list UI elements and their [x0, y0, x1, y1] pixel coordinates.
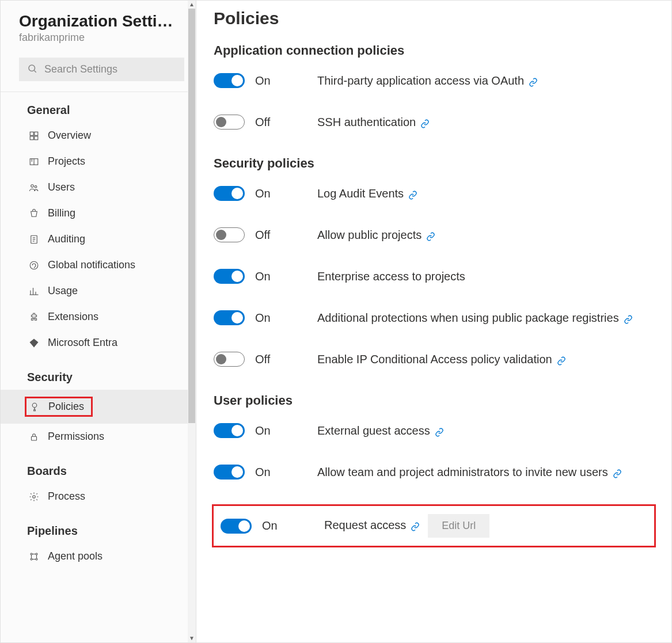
sidebar-item-billing[interactable]: Billing — [1, 200, 196, 226]
agent-pools-icon — [28, 551, 40, 562]
link-icon[interactable] — [420, 119, 430, 128]
nav-heading-pipelines: Pipelines — [1, 518, 196, 543]
toggle-invite-users[interactable] — [214, 465, 245, 480]
link-icon[interactable] — [426, 232, 435, 241]
svg-point-26 — [36, 558, 37, 560]
svg-point-0 — [29, 65, 35, 71]
toggle-state-label: On — [255, 74, 307, 87]
link-icon[interactable] — [613, 469, 622, 478]
sidebar-item-label: Process — [48, 490, 85, 503]
policy-row-request-access: OnRequest accessEdit Url — [214, 506, 654, 546]
sidebar-item-global-notifications[interactable]: Global notifications — [1, 252, 196, 278]
sidebar-nav: GeneralOverviewProjectsUsersBillingAudit… — [1, 92, 196, 573]
sidebar-title: Organization Settin... — [19, 12, 174, 31]
sidebar-item-microsoft-entra[interactable]: Microsoft Entra — [1, 330, 196, 356]
sidebar-item-process[interactable]: Process — [1, 484, 196, 509]
scroll-up-icon[interactable]: ▲ — [189, 1, 195, 9]
nav-heading-boards: Boards — [1, 458, 196, 484]
toggle-ssh[interactable] — [214, 115, 245, 130]
sidebar-item-label: Overview — [48, 130, 91, 142]
svg-point-9 — [31, 184, 34, 187]
toggle-oauth[interactable] — [214, 73, 245, 88]
sidebar-item-label: Permissions — [48, 431, 104, 443]
svg-rect-2 — [30, 132, 33, 135]
policy-row-invite-users: OnAllow team and project administrators … — [214, 465, 654, 480]
sidebar-item-overview[interactable]: Overview — [1, 123, 196, 149]
svg-point-25 — [31, 558, 32, 560]
scroll-down-icon[interactable]: ▼ — [189, 634, 195, 642]
toggle-state-label: Off — [255, 229, 307, 242]
search-input[interactable] — [44, 63, 178, 75]
edit-url-button[interactable]: Edit Url — [428, 514, 489, 538]
sidebar-item-label: Usage — [48, 285, 78, 297]
link-icon[interactable] — [408, 191, 417, 200]
link-icon[interactable] — [529, 78, 538, 87]
policy-row-ip-cap: OffEnable IP Conditional Access policy v… — [214, 352, 654, 367]
policy-row-audit: OnLog Audit Events — [214, 186, 654, 201]
sidebar-item-agent-pools[interactable]: Agent pools — [1, 543, 196, 569]
link-icon[interactable] — [411, 522, 420, 531]
toggle-state-label: Off — [255, 353, 307, 366]
toggle-ip-cap[interactable] — [214, 352, 245, 367]
svg-point-22 — [33, 495, 36, 498]
scroll-thumb[interactable] — [188, 9, 195, 423]
policy-label: Allow team and project administrators to… — [317, 466, 608, 478]
sidebar-item-usage[interactable]: Usage — [1, 278, 196, 304]
policy-label: Allow public projects — [317, 229, 422, 241]
svg-point-23 — [31, 553, 32, 555]
process-icon — [28, 491, 40, 503]
sidebar-subtitle: fabrikamprime — [19, 32, 184, 44]
svg-rect-3 — [35, 132, 38, 135]
sidebar-item-permissions[interactable]: Permissions — [1, 424, 196, 450]
sidebar: Organization Settin... fabrikamprime Gen… — [1, 1, 196, 642]
policy-label: Request access — [324, 519, 406, 531]
sidebar-item-projects[interactable]: Projects — [1, 149, 196, 174]
policy-row-oauth: OnThird-party application access via OAu… — [214, 73, 654, 88]
toggle-enterprise-access[interactable] — [214, 269, 245, 284]
svg-line-1 — [34, 70, 36, 72]
policy-label: External guest access — [317, 424, 430, 437]
toggle-guest-access[interactable] — [214, 423, 245, 438]
toggle-state-label: On — [255, 311, 307, 325]
link-icon[interactable] — [557, 356, 566, 366]
svg-rect-21 — [32, 436, 37, 440]
policy-row-guest-access: OnExternal guest access — [214, 423, 654, 438]
toggle-state-label: On — [255, 270, 307, 283]
toggle-state-label: On — [255, 424, 307, 437]
svg-point-24 — [36, 553, 37, 555]
toggle-public-registries[interactable] — [214, 310, 245, 325]
policy-label: Enterprise access to projects — [317, 270, 465, 283]
toggle-request-access[interactable] — [221, 519, 252, 534]
toggle-audit[interactable] — [214, 186, 245, 201]
sidebar-item-policies[interactable]: Policies — [1, 390, 196, 424]
projects-icon — [28, 156, 40, 168]
toggle-state-label: Off — [255, 116, 307, 129]
link-icon[interactable] — [435, 428, 444, 437]
sidebar-item-extensions[interactable]: Extensions — [1, 304, 196, 330]
permissions-icon — [28, 431, 40, 443]
sidebar-scrollbar[interactable]: ▲ ▼ — [188, 1, 196, 642]
sidebar-item-label: Auditing — [48, 233, 85, 245]
search-box[interactable] — [19, 58, 184, 81]
overview-icon — [28, 130, 40, 142]
svg-rect-5 — [35, 136, 38, 139]
policy-row-public-registries: OnAdditional protections when using publ… — [214, 310, 654, 325]
sidebar-item-label: Users — [48, 181, 75, 193]
policy-label: SSH authentication — [317, 116, 416, 128]
auditing-icon — [28, 234, 40, 245]
toggle-public-projects[interactable] — [214, 227, 245, 242]
notifications-icon — [28, 260, 40, 271]
sidebar-item-users[interactable]: Users — [1, 174, 196, 200]
svg-point-20 — [32, 403, 37, 408]
nav-heading-security: Security — [1, 364, 196, 390]
policy-label: Enable IP Conditional Access policy vali… — [317, 353, 552, 366]
link-icon[interactable] — [624, 315, 633, 324]
sidebar-item-label: Agent pools — [48, 550, 102, 562]
search-icon — [27, 63, 37, 75]
sidebar-item-auditing[interactable]: Auditing — [1, 226, 196, 252]
policy-label: Third-party application access via OAuth — [317, 74, 524, 87]
extensions-icon — [28, 311, 40, 323]
sidebar-item-label: Extensions — [48, 311, 98, 323]
policy-section-title: Application connection policies — [214, 43, 654, 58]
sidebar-item-label: Policies — [48, 401, 84, 413]
